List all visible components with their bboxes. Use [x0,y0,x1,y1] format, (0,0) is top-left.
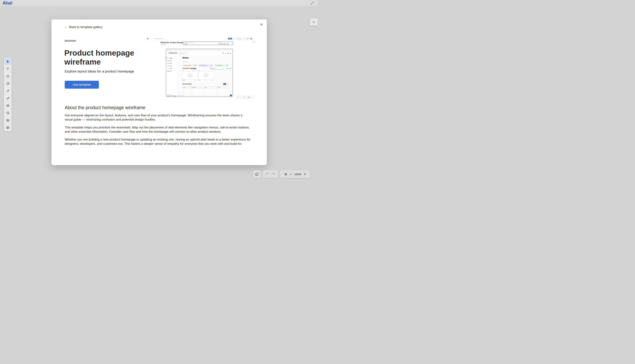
template-title: Product homepage wireframe [64,48,143,66]
card-title-label: Title [198,70,200,71]
nav-back-icon: ‹ [150,38,150,39]
shape-tool-button[interactable] [5,73,11,79]
see-all-link: See all → [193,68,197,69]
undo-icon[interactable]: ↶ [266,172,269,176]
highlight-card: Placeholder [182,71,198,80]
name-field-value: Name [184,43,187,44]
comment-bubble-icon[interactable] [255,172,259,176]
back-arrow-icon: ← [64,25,67,29]
nav-item-tab2: ▥Tab 2 [166,60,177,62]
table-row: – – – – [183,91,229,93]
about-paragraph: Get everyone aligned on the layout, feat… [65,114,251,122]
table-header-row: Date Description User Details [183,86,229,89]
card-date-label: Date [195,80,196,81]
collapse-diagonal-icon[interactable] [310,1,315,5]
sticker-tool-button[interactable] [5,110,11,116]
nav-item-home: ⌂Home [166,57,177,59]
zoom-out-icon: − [246,96,247,98]
disclaimer-text: Disclaimer text [178,95,184,96]
wireframe-sidebar: Product name ⌂Home ▥Tab 2 ▤Tab 3 ★Tab 4 … [166,51,177,97]
sticky-note-tool-button[interactable] [5,80,11,86]
pen-tool-button[interactable] [5,95,11,101]
zoom-controls-group: − 100% + [280,170,310,178]
nav-item-tab4: ★Tab 4 [166,65,177,67]
preview-breadcrumb: Product homepage [155,38,163,39]
card-date-label: Date [211,80,213,81]
achievement-pill-3: # Achievement 3 ★ [214,64,229,67]
divider [218,42,218,44]
sign-out-button: Sign out→ [167,95,172,97]
name-date-box: Wireframe: Product homepage Name Date Mo… [183,42,233,45]
arrow-icon [6,89,10,93]
text-tool-button[interactable] [5,66,11,72]
close-icon[interactable]: × [260,22,263,27]
back-link-label: Back to template gallery [69,25,102,29]
wireframe-search-input: Search here [178,52,189,54]
about-paragraph: Whether you are building a new product h… [65,138,251,146]
nav-forward-icon: › [152,38,152,39]
divider [235,38,235,40]
undo-icon: ↶ [238,96,239,98]
zoom-level: 100% [294,173,301,176]
table-row: – – – – [183,89,229,91]
panel-collapse-tab[interactable]: « [310,18,317,26]
frame-icon [6,104,10,107]
use-template-button[interactable]: Use template [65,81,99,88]
back-to-gallery-link[interactable]: ←Back to template gallery [64,25,102,29]
frame-tool-button[interactable] [5,102,11,108]
hand-tool-icon[interactable] [284,172,287,176]
name-field-label: Wireframe: Product homepage [184,42,194,43]
top-app-bar: Aha! [0,0,317,6]
more-menu-icon: ••• [233,38,234,39]
add-icon: + [249,38,250,40]
square-icon [6,74,10,78]
image-tool-button[interactable] [5,117,11,123]
text-icon [6,67,10,71]
search-icon [179,53,180,54]
leaf-icon [167,52,169,54]
template-preview-image: ‹ › Product homepage Share ••• Search ? … [146,38,256,100]
heart-icon: ♥ [211,65,212,66]
recent-activity-heading: Recent activity [182,83,191,84]
board-title: Wireframe: Product homepage [160,42,186,44]
preview-app-topbar: ‹ › Product homepage Share ••• Search ? … [146,38,256,40]
arrow-tool-button[interactable] [5,88,11,94]
sign-out-arrow-icon: → [171,96,172,96]
sidebar-panel-icon [147,38,149,39]
arrow-right-icon: → [196,68,197,69]
zoom-in-button[interactable]: + [304,172,306,176]
activity-table: Date Description User Details – – – – – … [182,86,229,95]
select-view-dropdown: Select view∨ [210,68,224,70]
layout-table-icon [6,126,10,129]
table-tool-button[interactable] [5,124,11,131]
notification-badge: 2 [222,52,223,53]
wireframe-share-button: Share< [173,95,176,97]
preview-zoom-group: − 70% + [242,96,253,99]
nav-item-tab5: ↗Tab 5 [166,67,177,70]
about-heading: About the product homepage wireframe [65,105,251,110]
achievement-pill-1: # Achievement 1 [182,64,197,67]
expand-icon [253,40,255,43]
sticker-smiley-icon [6,111,10,115]
search-icon [237,38,238,39]
date-field-label: Date [220,42,221,43]
redo-icon[interactable]: ↷ [272,172,275,176]
chevron-down-icon: ∨ [223,68,224,69]
show-hide-toggle: Show Hide [223,83,229,85]
image-icon [6,118,10,122]
wireframe-header: Search here 2 ? [177,51,233,56]
wireframe-page-title: Home [182,56,188,59]
preview-undo-redo-group: ↶ ↷ [236,96,242,99]
chevrons-left-icon: « [313,20,314,24]
zoom-out-button[interactable]: − [290,172,292,176]
cursor-icon [6,60,10,63]
redo-icon: ↷ [240,96,241,98]
window-titlebar [166,49,233,52]
select-tool-button[interactable] [5,58,11,64]
wireframe-description: Description [182,61,188,62]
gear-icon [230,53,231,54]
toggle-circle-icon [230,68,231,69]
star-icon: ★ [227,65,228,66]
nav-item-tab6: ▦Tab 6 [166,70,177,72]
aha-logo: Aha! [3,0,12,6]
